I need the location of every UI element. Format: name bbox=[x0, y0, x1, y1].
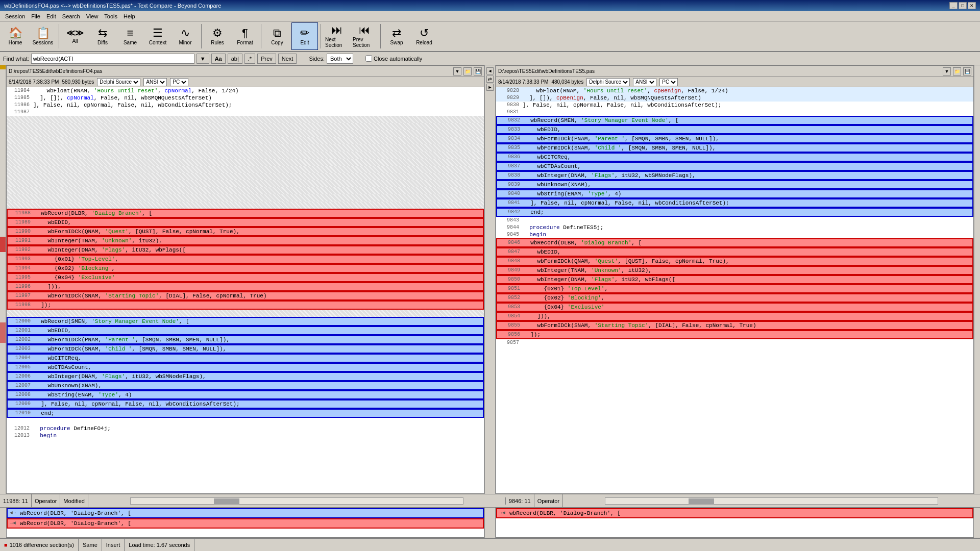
left-state: Modified bbox=[63, 498, 85, 504]
table-row: 11994 {0x02} 'Blocking', bbox=[7, 264, 484, 273]
right-scrollbar-h[interactable] bbox=[563, 497, 980, 505]
format-label: Format bbox=[237, 40, 253, 45]
right-panel-save[interactable]: 💾 bbox=[963, 67, 971, 76]
home-button[interactable]: 🏠 Home bbox=[2, 22, 29, 50]
left-panel-save[interactable]: 💾 bbox=[474, 67, 482, 76]
find-regex-button[interactable]: .* bbox=[244, 54, 255, 64]
context-label: Context bbox=[149, 40, 166, 45]
left-scrollbar-h[interactable] bbox=[88, 497, 506, 505]
table-row: 9851 {0x01} 'Top-Level', bbox=[496, 284, 973, 293]
window-controls[interactable]: _ □ ✕ bbox=[949, 2, 976, 9]
left-panel-open[interactable]: 📁 bbox=[463, 67, 472, 76]
reload-button[interactable]: ↺ Reload bbox=[411, 22, 437, 50]
menu-search[interactable]: Search bbox=[59, 12, 83, 20]
list-item: →◄ wbRecord(DLBR, 'Dialog-Branch', [ bbox=[496, 508, 973, 518]
right-context-section: Operator bbox=[534, 494, 563, 507]
find-aa-button[interactable]: Aa bbox=[211, 54, 226, 64]
left-bottom-panel: ◄→ wbRecord(DLBR, 'Dialog-Branch', [ →◄ … bbox=[6, 508, 484, 538]
menu-file[interactable]: File bbox=[28, 12, 43, 20]
same-status: Same bbox=[83, 542, 97, 548]
left-date: 8/14/2018 7:38:33 PM bbox=[9, 79, 59, 85]
reload-label: Reload bbox=[416, 40, 432, 45]
all-icon: ≪≫ bbox=[66, 29, 84, 37]
edit-icon: ✏ bbox=[300, 28, 309, 39]
table-row: 9832 wbRecord(SMEN, 'Story Manager Event… bbox=[496, 116, 973, 125]
menu-tools[interactable]: Tools bbox=[101, 12, 120, 20]
table-row bbox=[7, 159, 484, 166]
table-row bbox=[7, 180, 484, 187]
minimize-button[interactable]: _ bbox=[949, 2, 958, 9]
close-auto-checkbox[interactable] bbox=[365, 55, 372, 62]
prev-button[interactable]: Prev bbox=[257, 54, 276, 64]
same-icon: ≡ bbox=[127, 28, 134, 39]
table-row: 9842 end; bbox=[496, 208, 973, 217]
left-context-section: Operator bbox=[32, 494, 60, 507]
find-word-button[interactable]: ab| bbox=[228, 54, 242, 64]
table-row bbox=[7, 137, 484, 144]
right-panel: D:\repos\TES5Edit\wbDefinitionsTES5.pas … bbox=[496, 65, 974, 494]
table-row: 11986 ], False, nil, cpNormal, False, ni… bbox=[7, 102, 484, 109]
table-row: 12003 wbFormIDCk(SNAM, 'Child ', [SMQN, … bbox=[7, 344, 484, 354]
swap-lines-button[interactable]: ⇄ bbox=[486, 76, 494, 83]
right-panel-open[interactable]: 📁 bbox=[953, 67, 961, 76]
swap-button[interactable]: ⇄ Swap bbox=[383, 22, 410, 50]
context-button[interactable]: ☰ Context bbox=[144, 22, 171, 50]
table-row: 9855 wbFormIDCk(SNAM, 'Starting Topic', … bbox=[496, 321, 973, 330]
window-title: wbDefinitionsFO4.pas <--> wbDefinitionsT… bbox=[4, 3, 221, 9]
format-button[interactable]: ¶ Format bbox=[232, 22, 258, 50]
left-encoding-select[interactable]: ANSI bbox=[143, 78, 167, 86]
expand-right-button[interactable]: ► bbox=[486, 84, 494, 91]
copy-button[interactable]: ⧉ Copy bbox=[264, 22, 290, 50]
close-button[interactable]: ✕ bbox=[968, 2, 976, 9]
find-options-button[interactable]: ▼ bbox=[197, 54, 209, 64]
table-row: 9841 ], False, nil, cpNormal, False, nil… bbox=[496, 198, 973, 208]
load-time-section: Load time: 1.67 seconds bbox=[125, 539, 194, 551]
table-row: 12004 wbCITCReq, bbox=[7, 354, 484, 363]
minor-label: Minor bbox=[179, 40, 191, 45]
right-encoding-select[interactable]: ANSI bbox=[633, 78, 656, 86]
same-button[interactable]: ≡ Same bbox=[117, 22, 143, 50]
swap-icon: ⇄ bbox=[392, 28, 401, 39]
right-platform-select[interactable]: PC bbox=[659, 78, 678, 86]
diffs-button[interactable]: ⇆ Diffs bbox=[89, 22, 116, 50]
expand-left-button[interactable]: ◄ bbox=[486, 67, 494, 74]
right-panel-dropdown[interactable]: ▼ bbox=[943, 67, 951, 76]
toolbar-separator-4 bbox=[321, 24, 321, 48]
diff-count-icon: ■ bbox=[4, 542, 8, 548]
maximize-button[interactable]: □ bbox=[959, 2, 967, 9]
menu-help[interactable]: Help bbox=[120, 12, 138, 20]
copy-label: Copy bbox=[271, 40, 283, 45]
sides-select[interactable]: Both Left Right bbox=[327, 54, 353, 64]
toolbar-separator-2 bbox=[201, 24, 202, 48]
diff-icon-section: ■ 1016 difference section(s) bbox=[0, 539, 79, 551]
right-source-select[interactable]: Delphi Source bbox=[586, 78, 630, 86]
menu-edit[interactable]: Edit bbox=[43, 12, 59, 20]
table-row: 9847 wbEDID, bbox=[496, 247, 973, 257]
minor-button[interactable]: ∿ Minor bbox=[172, 22, 199, 50]
next-button[interactable]: Next bbox=[278, 54, 297, 64]
table-row: 11996 ])), bbox=[7, 282, 484, 291]
menu-session[interactable]: Session bbox=[2, 12, 28, 20]
left-code-area[interactable]: 11984 wbFloat(RNAM, 'Hours until reset',… bbox=[7, 87, 484, 493]
menu-view[interactable]: View bbox=[83, 12, 102, 20]
swap-label: Swap bbox=[390, 40, 403, 45]
left-panel-dropdown[interactable]: ▼ bbox=[453, 67, 461, 76]
sessions-button[interactable]: 📋 Sessions bbox=[30, 22, 56, 50]
table-row: 9830 ], False, nil, cpNormal, False, nil… bbox=[496, 102, 973, 109]
panels-area: D:\repos\TES5Edit\wbDefinitionsFO4.pas ▼… bbox=[0, 65, 980, 494]
all-button[interactable]: ≪≫ All bbox=[62, 22, 88, 50]
left-preview-line-1: wbRecord(DLBR, 'Dialog-Branch', [ bbox=[20, 510, 131, 517]
right-code-area[interactable]: 9828 wbFloat(RNAM, 'Hours until reset', … bbox=[496, 87, 973, 493]
copy-icon: ⧉ bbox=[273, 28, 281, 39]
find-input[interactable] bbox=[31, 54, 194, 64]
bottom-preview-area: ◄→ wbRecord(DLBR, 'Dialog-Branch', [ →◄ … bbox=[0, 507, 980, 538]
reload-icon: ↺ bbox=[420, 28, 429, 39]
rules-button[interactable]: ⚙ Rules bbox=[204, 22, 231, 50]
left-platform-select[interactable]: PC bbox=[170, 78, 188, 86]
right-bottom-panel: →◄ wbRecord(DLBR, 'Dialog-Branch', [ bbox=[496, 508, 974, 538]
menu-bar: Session File Edit Search View Tools Help bbox=[0, 11, 980, 21]
prev-section-button[interactable]: ⏮ Prev Section bbox=[351, 22, 378, 50]
edit-button[interactable]: ✏ Edit bbox=[291, 22, 318, 50]
next-section-button[interactable]: ⏭ Next Section bbox=[324, 22, 350, 50]
left-source-select[interactable]: Delphi Source bbox=[97, 78, 140, 86]
